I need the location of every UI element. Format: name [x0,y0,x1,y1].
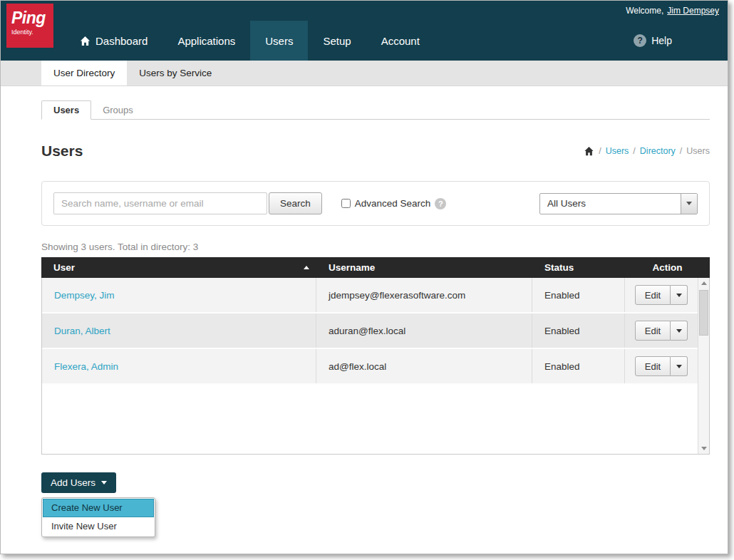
edit-button[interactable]: Edit [635,321,671,341]
breadcrumb-users-link[interactable]: Users [606,146,629,156]
directory-tab-strip: User Directory Users by Service [1,61,728,86]
cell-status: Enabled [532,349,625,383]
breadcrumb-directory-link[interactable]: Directory [640,146,676,156]
edit-button[interactable]: Edit [635,285,671,305]
edit-button[interactable]: Edit [635,356,671,376]
advanced-search-help-icon[interactable]: ? [435,198,446,209]
nav-account-label: Account [381,35,420,47]
welcome-text: Welcome, [626,6,663,16]
column-header-user[interactable]: User [41,262,316,273]
edit-split-button: Edit [635,285,688,305]
nav-setup[interactable]: Setup [308,21,366,61]
edit-dropdown-button[interactable] [671,356,688,376]
sort-ascending-icon [304,266,309,269]
cell-action: Edit [625,313,698,348]
cell-username: aduran@flex.local [316,313,532,348]
select-arrow-box [681,194,697,214]
column-header-user-label: User [53,262,75,273]
chevron-down-icon [676,329,682,333]
table-rows: Dempsey, Jim jdempsey@flexerasoftware.co… [42,278,698,385]
user-link[interactable]: Flexera, Admin [54,361,118,372]
advanced-search-label: Advanced Search [355,198,431,209]
cell-user: Dempsey, Jim [42,278,316,312]
top-welcome-bar: Welcome, Jim Dempsey [1,1,728,21]
tab-users-by-service[interactable]: Users by Service [127,61,224,85]
column-header-username[interactable]: Username [316,262,532,273]
advanced-search-checkbox[interactable] [341,199,351,208]
users-groups-tab-strip: Users Groups [41,100,710,120]
scrollbar-thumb[interactable] [699,290,708,336]
menu-item-invite-new-user[interactable]: Invite New User [43,517,154,536]
nav-applications[interactable]: Applications [162,21,250,61]
nav-dashboard[interactable]: Dashboard [65,21,162,61]
edit-split-button: Edit [635,356,688,376]
cell-action: Edit [625,278,698,312]
tab-users[interactable]: Users [41,100,91,120]
page-header: Users Users Directory Users [41,142,710,160]
user-link[interactable]: Duran, Albert [54,326,110,336]
tab-user-directory[interactable]: User Directory [41,61,127,85]
results-summary: Showing 3 users. Total in directory: 3 [41,242,710,252]
cell-action: Edit [625,349,698,383]
edit-dropdown-button[interactable] [671,285,688,305]
edit-split-button: Edit [635,321,688,341]
add-users-menu: Create New User Invite New User [41,497,155,537]
breadcrumb-current: Users [686,146,710,156]
logo-text: Ping [11,9,53,28]
user-filter-select[interactable]: All Users [539,193,698,214]
page-title: Users [41,142,83,160]
help-button[interactable]: ? Help [634,21,672,61]
breadcrumb-separator [633,146,635,156]
breadcrumb: Users Directory Users [584,146,710,156]
cell-username: ad@flex.local [316,349,532,383]
ping-identity-logo[interactable]: Ping Identity. [6,4,53,48]
breadcrumb-home-icon[interactable] [584,146,594,156]
nav-dashboard-label: Dashboard [95,35,148,47]
user-link[interactable]: Dempsey, Jim [54,290,115,301]
page-content: Users Groups Users Users Directory Users… [1,100,728,537]
advanced-search: Advanced Search ? [341,198,447,209]
help-label: Help [651,35,672,46]
nav-applications-label: Applications [177,35,235,47]
tab-users-by-service-label: Users by Service [139,68,212,78]
search-button[interactable]: Search [269,192,322,214]
column-header-status[interactable]: Status [532,262,625,273]
chevron-down-icon [101,481,107,484]
column-header-action: Action [625,262,710,273]
cell-status: Enabled [532,278,625,312]
breadcrumb-separator [680,146,682,156]
search-input[interactable] [53,192,267,214]
edit-dropdown-button[interactable] [671,321,688,341]
scrollbar-up-arrow[interactable] [698,278,709,289]
table-header-row: User Username Status Action [41,257,710,278]
user-filter-value: All Users [540,194,681,214]
cell-user: Flexera, Admin [42,349,316,383]
chevron-down-icon [676,294,682,297]
table-row: Duran, Albert aduran@flex.local Enabled … [42,313,698,349]
nav-users-label: Users [265,35,293,47]
table-body: Dempsey, Jim jdempsey@flexerasoftware.co… [41,278,710,455]
tab-user-directory-label: User Directory [53,68,115,78]
nav-users[interactable]: Users [250,21,308,61]
tab-groups[interactable]: Groups [91,100,145,119]
nav-setup-label: Setup [323,35,351,47]
table-scrollbar[interactable] [698,278,709,454]
current-user-link[interactable]: Jim Dempsey [667,6,719,16]
cell-status: Enabled [532,313,625,348]
search-panel: Search Advanced Search ? All Users [41,181,710,226]
menu-item-create-new-user[interactable]: Create New User [43,499,154,517]
nav-items: Dashboard Applications Users Setup Accou… [65,21,435,61]
users-table: User Username Status Action Dempsey, Jim… [41,257,710,455]
scrollbar-down-arrow[interactable] [698,443,709,454]
add-users-button[interactable]: Add Users [41,472,116,493]
cell-user: Duran, Albert [42,313,316,348]
nav-account[interactable]: Account [366,21,435,61]
table-row: Flexera, Admin ad@flex.local Enabled Edi… [42,349,698,385]
breadcrumb-separator [599,146,601,156]
main-nav-bar: Ping Identity. Dashboard Applications Us… [1,21,728,61]
app-window: Welcome, Jim Dempsey Ping Identity. Dash… [0,0,728,554]
logo-subtext: Identity. [11,28,53,36]
chevron-down-icon [686,202,692,205]
cell-username: jdempsey@flexerasoftware.com [316,278,532,312]
add-users-label: Add Users [51,477,95,488]
